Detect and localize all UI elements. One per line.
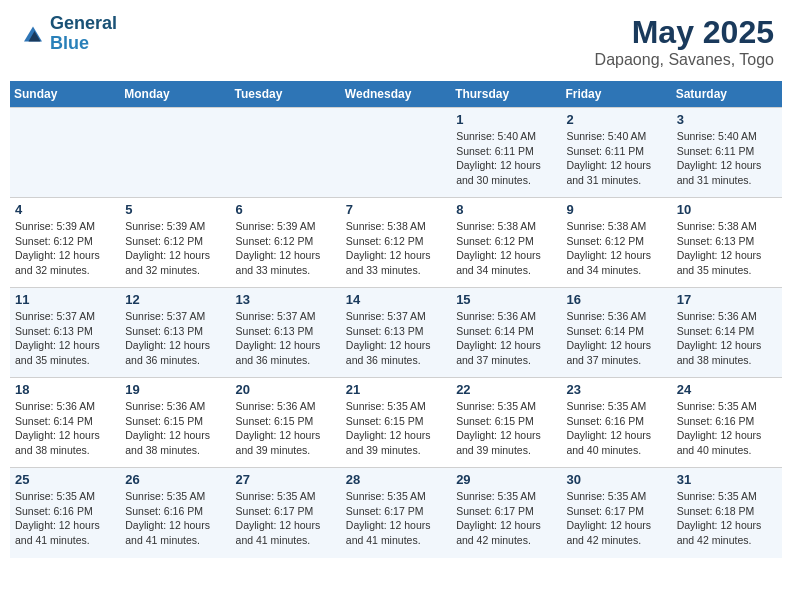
day-info: Sunrise: 5:35 AMSunset: 6:16 PMDaylight:… bbox=[125, 489, 225, 548]
calendar-cell: 23Sunrise: 5:35 AMSunset: 6:16 PMDayligh… bbox=[561, 378, 671, 468]
day-number: 21 bbox=[346, 382, 446, 397]
day-number: 17 bbox=[677, 292, 777, 307]
weekday-header-row: SundayMondayTuesdayWednesdayThursdayFrid… bbox=[10, 81, 782, 108]
calendar-cell: 17Sunrise: 5:36 AMSunset: 6:14 PMDayligh… bbox=[672, 288, 782, 378]
calendar-month-year: May 2025 bbox=[595, 14, 774, 51]
calendar-cell: 9Sunrise: 5:38 AMSunset: 6:12 PMDaylight… bbox=[561, 198, 671, 288]
day-info: Sunrise: 5:35 AMSunset: 6:15 PMDaylight:… bbox=[346, 399, 446, 458]
calendar-location: Dapaong, Savanes, Togo bbox=[595, 51, 774, 69]
calendar-cell: 10Sunrise: 5:38 AMSunset: 6:13 PMDayligh… bbox=[672, 198, 782, 288]
day-info: Sunrise: 5:39 AMSunset: 6:12 PMDaylight:… bbox=[236, 219, 336, 278]
calendar-cell: 19Sunrise: 5:36 AMSunset: 6:15 PMDayligh… bbox=[120, 378, 230, 468]
week-row-4: 18Sunrise: 5:36 AMSunset: 6:14 PMDayligh… bbox=[10, 378, 782, 468]
day-info: Sunrise: 5:40 AMSunset: 6:11 PMDaylight:… bbox=[566, 129, 666, 188]
calendar-cell: 30Sunrise: 5:35 AMSunset: 6:17 PMDayligh… bbox=[561, 468, 671, 558]
day-number: 23 bbox=[566, 382, 666, 397]
day-info: Sunrise: 5:40 AMSunset: 6:11 PMDaylight:… bbox=[677, 129, 777, 188]
calendar-cell: 1Sunrise: 5:40 AMSunset: 6:11 PMDaylight… bbox=[451, 108, 561, 198]
calendar-cell: 8Sunrise: 5:38 AMSunset: 6:12 PMDaylight… bbox=[451, 198, 561, 288]
day-info: Sunrise: 5:36 AMSunset: 6:15 PMDaylight:… bbox=[125, 399, 225, 458]
weekday-header-wednesday: Wednesday bbox=[341, 81, 451, 108]
logo-icon bbox=[18, 19, 48, 49]
day-info: Sunrise: 5:39 AMSunset: 6:12 PMDaylight:… bbox=[125, 219, 225, 278]
calendar-cell: 11Sunrise: 5:37 AMSunset: 6:13 PMDayligh… bbox=[10, 288, 120, 378]
day-info: Sunrise: 5:35 AMSunset: 6:15 PMDaylight:… bbox=[456, 399, 556, 458]
calendar-cell: 6Sunrise: 5:39 AMSunset: 6:12 PMDaylight… bbox=[231, 198, 341, 288]
calendar-cell: 26Sunrise: 5:35 AMSunset: 6:16 PMDayligh… bbox=[120, 468, 230, 558]
day-number: 10 bbox=[677, 202, 777, 217]
day-number: 20 bbox=[236, 382, 336, 397]
day-info: Sunrise: 5:36 AMSunset: 6:14 PMDaylight:… bbox=[677, 309, 777, 368]
weekday-header-sunday: Sunday bbox=[10, 81, 120, 108]
day-number: 19 bbox=[125, 382, 225, 397]
day-number: 26 bbox=[125, 472, 225, 487]
weekday-header-thursday: Thursday bbox=[451, 81, 561, 108]
weekday-header-monday: Monday bbox=[120, 81, 230, 108]
calendar-title-block: May 2025 Dapaong, Savanes, Togo bbox=[595, 14, 774, 69]
calendar-cell: 28Sunrise: 5:35 AMSunset: 6:17 PMDayligh… bbox=[341, 468, 451, 558]
day-number: 6 bbox=[236, 202, 336, 217]
day-info: Sunrise: 5:35 AMSunset: 6:16 PMDaylight:… bbox=[677, 399, 777, 458]
day-number: 4 bbox=[15, 202, 115, 217]
calendar-cell: 12Sunrise: 5:37 AMSunset: 6:13 PMDayligh… bbox=[120, 288, 230, 378]
week-row-3: 11Sunrise: 5:37 AMSunset: 6:13 PMDayligh… bbox=[10, 288, 782, 378]
day-info: Sunrise: 5:37 AMSunset: 6:13 PMDaylight:… bbox=[15, 309, 115, 368]
calendar-cell: 25Sunrise: 5:35 AMSunset: 6:16 PMDayligh… bbox=[10, 468, 120, 558]
week-row-2: 4Sunrise: 5:39 AMSunset: 6:12 PMDaylight… bbox=[10, 198, 782, 288]
day-info: Sunrise: 5:35 AMSunset: 6:18 PMDaylight:… bbox=[677, 489, 777, 548]
calendar-cell: 21Sunrise: 5:35 AMSunset: 6:15 PMDayligh… bbox=[341, 378, 451, 468]
day-number: 15 bbox=[456, 292, 556, 307]
page-header: General Blue May 2025 Dapaong, Savanes, … bbox=[10, 10, 782, 73]
day-number: 22 bbox=[456, 382, 556, 397]
calendar-cell bbox=[10, 108, 120, 198]
day-info: Sunrise: 5:35 AMSunset: 6:16 PMDaylight:… bbox=[15, 489, 115, 548]
calendar-cell: 4Sunrise: 5:39 AMSunset: 6:12 PMDaylight… bbox=[10, 198, 120, 288]
day-number: 31 bbox=[677, 472, 777, 487]
day-number: 2 bbox=[566, 112, 666, 127]
calendar-cell: 31Sunrise: 5:35 AMSunset: 6:18 PMDayligh… bbox=[672, 468, 782, 558]
calendar-cell: 2Sunrise: 5:40 AMSunset: 6:11 PMDaylight… bbox=[561, 108, 671, 198]
day-number: 25 bbox=[15, 472, 115, 487]
day-info: Sunrise: 5:39 AMSunset: 6:12 PMDaylight:… bbox=[15, 219, 115, 278]
day-info: Sunrise: 5:35 AMSunset: 6:16 PMDaylight:… bbox=[566, 399, 666, 458]
day-info: Sunrise: 5:36 AMSunset: 6:14 PMDaylight:… bbox=[456, 309, 556, 368]
day-number: 27 bbox=[236, 472, 336, 487]
day-number: 12 bbox=[125, 292, 225, 307]
day-number: 28 bbox=[346, 472, 446, 487]
calendar-cell bbox=[231, 108, 341, 198]
day-info: Sunrise: 5:38 AMSunset: 6:12 PMDaylight:… bbox=[456, 219, 556, 278]
day-number: 5 bbox=[125, 202, 225, 217]
day-number: 14 bbox=[346, 292, 446, 307]
day-info: Sunrise: 5:37 AMSunset: 6:13 PMDaylight:… bbox=[125, 309, 225, 368]
day-info: Sunrise: 5:35 AMSunset: 6:17 PMDaylight:… bbox=[236, 489, 336, 548]
day-info: Sunrise: 5:36 AMSunset: 6:15 PMDaylight:… bbox=[236, 399, 336, 458]
day-info: Sunrise: 5:38 AMSunset: 6:13 PMDaylight:… bbox=[677, 219, 777, 278]
day-number: 7 bbox=[346, 202, 446, 217]
calendar-cell bbox=[341, 108, 451, 198]
calendar-cell: 22Sunrise: 5:35 AMSunset: 6:15 PMDayligh… bbox=[451, 378, 561, 468]
day-info: Sunrise: 5:35 AMSunset: 6:17 PMDaylight:… bbox=[566, 489, 666, 548]
calendar-cell: 7Sunrise: 5:38 AMSunset: 6:12 PMDaylight… bbox=[341, 198, 451, 288]
calendar-cell: 13Sunrise: 5:37 AMSunset: 6:13 PMDayligh… bbox=[231, 288, 341, 378]
calendar-cell: 16Sunrise: 5:36 AMSunset: 6:14 PMDayligh… bbox=[561, 288, 671, 378]
calendar-cell: 15Sunrise: 5:36 AMSunset: 6:14 PMDayligh… bbox=[451, 288, 561, 378]
calendar-cell: 20Sunrise: 5:36 AMSunset: 6:15 PMDayligh… bbox=[231, 378, 341, 468]
day-info: Sunrise: 5:36 AMSunset: 6:14 PMDaylight:… bbox=[566, 309, 666, 368]
weekday-header-saturday: Saturday bbox=[672, 81, 782, 108]
day-number: 18 bbox=[15, 382, 115, 397]
calendar-cell bbox=[120, 108, 230, 198]
day-info: Sunrise: 5:37 AMSunset: 6:13 PMDaylight:… bbox=[236, 309, 336, 368]
day-number: 13 bbox=[236, 292, 336, 307]
day-info: Sunrise: 5:37 AMSunset: 6:13 PMDaylight:… bbox=[346, 309, 446, 368]
weekday-header-friday: Friday bbox=[561, 81, 671, 108]
day-number: 1 bbox=[456, 112, 556, 127]
calendar-cell: 29Sunrise: 5:35 AMSunset: 6:17 PMDayligh… bbox=[451, 468, 561, 558]
day-number: 16 bbox=[566, 292, 666, 307]
day-info: Sunrise: 5:36 AMSunset: 6:14 PMDaylight:… bbox=[15, 399, 115, 458]
logo: General Blue bbox=[18, 14, 117, 54]
day-number: 30 bbox=[566, 472, 666, 487]
day-info: Sunrise: 5:38 AMSunset: 6:12 PMDaylight:… bbox=[566, 219, 666, 278]
calendar-cell: 5Sunrise: 5:39 AMSunset: 6:12 PMDaylight… bbox=[120, 198, 230, 288]
day-info: Sunrise: 5:35 AMSunset: 6:17 PMDaylight:… bbox=[346, 489, 446, 548]
day-number: 9 bbox=[566, 202, 666, 217]
